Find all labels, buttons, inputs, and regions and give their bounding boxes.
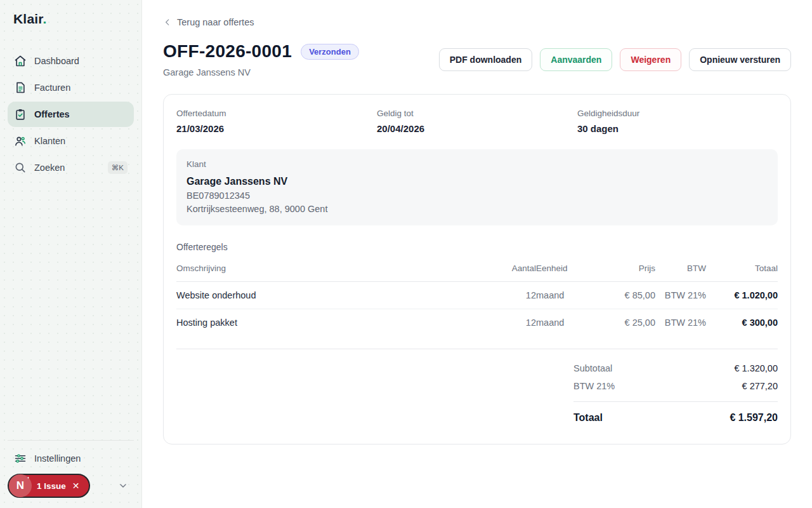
home-icon (14, 55, 27, 67)
main-content: Terug naar offertes OFF-2026-0001 Verzon… (142, 0, 812, 508)
meta-label: Geldig tot (377, 109, 577, 118)
grand-total-label: Totaal (573, 412, 603, 424)
accept-button[interactable]: Aanvaarden (540, 48, 612, 71)
sidebar-divider (8, 440, 134, 441)
line-description: Website onderhoud (176, 290, 506, 300)
brand-dot: . (43, 11, 47, 26)
sidebar-item-label: Zoeken (34, 163, 65, 173)
vat-value: € 277,20 (742, 381, 778, 391)
title-block: OFF-2026-0001 Verzonden Garage Janssens … (163, 41, 359, 77)
sidebar-footer: Instellingen N 1 Issue ✕ (8, 440, 134, 498)
reject-button[interactable]: Weigeren (620, 48, 681, 71)
issue-badge[interactable]: N 1 Issue ✕ (8, 474, 90, 498)
close-icon[interactable]: ✕ (72, 481, 80, 491)
meta-value: 21/03/2026 (176, 123, 377, 134)
sidebar-item-instellingen[interactable]: Instellingen (8, 450, 134, 474)
chevron-left-icon (163, 18, 172, 27)
vat-row: BTW 21% € 277,20 (573, 377, 778, 395)
page-header: OFF-2026-0001 Verzonden Garage Janssens … (163, 41, 791, 77)
client-name: Garage Janssens NV (187, 176, 768, 187)
meta-offertedatum: Offertedatum 21/03/2026 (176, 109, 377, 134)
meta-geldig-tot: Geldig tot 20/04/2026 (377, 109, 577, 134)
shortcut-kbd: ⌘K (108, 161, 128, 174)
sidebar-item-klanten[interactable]: Klanten (8, 128, 134, 154)
meta-value: 20/04/2026 (377, 123, 577, 134)
col-qty: Aantal (506, 264, 536, 273)
meta-geldigheidsduur: Geldigheidsduur 30 dagen (577, 109, 778, 134)
grand-total-row: Totaal € 1.597,20 (573, 402, 778, 427)
offer-lines-table: Omschrijving Aantal Eenheid Prijs BTW To… (176, 264, 778, 336)
col-unit: Eenheid (536, 264, 568, 273)
brand-name: Klair (13, 11, 43, 26)
subtotal-value: € 1.320,00 (734, 363, 778, 373)
sliders-icon (14, 452, 27, 465)
meta-label: Offertedatum (176, 109, 377, 118)
sidebar-item-zoeken[interactable]: Zoeken ⌘K (8, 155, 134, 180)
meta-value: 30 dagen (577, 123, 778, 134)
line-unit: maand (536, 318, 568, 328)
sidebar-item-label: Offertes (34, 109, 70, 119)
vat-label: BTW 21% (573, 381, 615, 391)
invoice-icon (14, 81, 27, 94)
sidebar-nav: Dashboard Facturen Offertes Klanten Zoek… (8, 48, 134, 180)
sidebar-item-offertes[interactable]: Offertes (8, 102, 134, 127)
table-row: Website onderhoud 12 maand € 85,00 BTW 2… (176, 282, 778, 309)
sidebar-item-facturen[interactable]: Facturen (8, 75, 134, 100)
back-link-label: Terug naar offertes (177, 17, 254, 27)
line-price: € 25,00 (568, 318, 655, 328)
col-description: Omschrijving (176, 264, 506, 273)
col-price: Prijs (568, 264, 655, 273)
grand-total-value: € 1.597,20 (730, 412, 778, 424)
back-link[interactable]: Terug naar offertes (163, 17, 254, 27)
sidebar-item-dashboard[interactable]: Dashboard (8, 48, 134, 74)
line-vat: BTW 21% (655, 290, 706, 300)
status-badge: Verzonden (301, 44, 359, 60)
sidebar: Klair. Dashboard Facturen Offertes Klant… (0, 0, 142, 508)
table-row: Hosting pakket 12 maand € 25,00 BTW 21% … (176, 309, 778, 336)
offer-detail-card: Offertedatum 21/03/2026 Geldig tot 20/04… (163, 94, 791, 444)
sidebar-item-label: Klanten (34, 136, 65, 146)
sidebar-item-label: Facturen (34, 83, 70, 93)
line-total: € 1.020,00 (706, 290, 778, 300)
col-total: Totaal (706, 264, 778, 273)
settings-label: Instellingen (34, 453, 81, 464)
totals-divider (176, 349, 778, 349)
lines-section-label: Offerteregels (176, 242, 778, 252)
issue-widget: N 1 Issue ✕ (8, 474, 134, 498)
chevron-down-icon[interactable] (118, 481, 128, 491)
meta-label: Geldigheidsduur (577, 109, 778, 118)
clipboard-check-icon (14, 108, 27, 121)
issue-logo-avatar: N (9, 474, 32, 497)
line-qty: 12 (506, 290, 536, 300)
pdf-download-button[interactable]: PDF downloaden (439, 48, 533, 71)
line-description: Hosting pakket (176, 318, 506, 328)
resend-button[interactable]: Opnieuw versturen (689, 48, 791, 71)
client-address: Kortrijksesteenweg, 88, 9000 Gent (187, 204, 768, 214)
page-subtitle: Garage Janssens NV (163, 67, 359, 77)
table-header-row: Omschrijving Aantal Eenheid Prijs BTW To… (176, 264, 778, 282)
search-icon (14, 161, 27, 174)
line-vat: BTW 21% (655, 318, 706, 328)
line-price: € 85,00 (568, 290, 655, 300)
offer-meta: Offertedatum 21/03/2026 Geldig tot 20/04… (176, 109, 778, 134)
sidebar-item-label: Dashboard (34, 56, 79, 66)
totals-block: Subtotaal € 1.320,00 BTW 21% € 277,20 To… (573, 359, 778, 427)
client-label: Klant (187, 159, 768, 169)
subtotal-row: Subtotaal € 1.320,00 (573, 359, 778, 377)
line-total: € 300,00 (706, 318, 778, 328)
app-logo: Klair. (8, 11, 134, 27)
line-unit: maand (536, 290, 568, 300)
col-vat: BTW (655, 264, 706, 273)
subtotal-label: Subtotaal (573, 363, 612, 373)
line-qty: 12 (506, 318, 536, 328)
client-vat: BE0789012345 (187, 190, 768, 201)
users-icon (14, 135, 27, 147)
issue-count-label: 1 Issue (37, 481, 66, 491)
client-box: Klant Garage Janssens NV BE0789012345 Ko… (176, 149, 778, 225)
page-title: OFF-2026-0001 (163, 41, 292, 62)
header-actions: PDF downloaden Aanvaarden Weigeren Opnie… (439, 48, 791, 71)
